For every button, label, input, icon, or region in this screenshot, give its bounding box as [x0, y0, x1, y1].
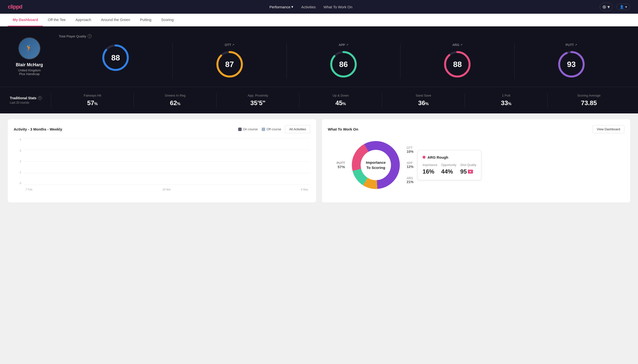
arg-label: ARG ↗ — [453, 43, 463, 47]
putt-donut-label: PUTT 57% — [328, 161, 345, 169]
nav-activities[interactable]: Activities — [301, 5, 316, 9]
stat-divider-3 — [299, 93, 299, 108]
tooltip-category: ARG Rough — [428, 155, 448, 160]
tooltip-opportunity: Opportunity 44% — [441, 163, 456, 175]
main-content: Activity - 3 Months - Weekly On course O… — [0, 114, 638, 208]
tab-scoring[interactable]: Scoring — [156, 14, 178, 26]
tab-around-the-green[interactable]: Around the Green — [96, 14, 135, 26]
stat-divider-4 — [382, 93, 382, 108]
player-country: United Kingdom — [18, 68, 41, 72]
tab-off-the-tee[interactable]: Off the Tee — [43, 14, 71, 26]
donut-chart: Importance To Scoring — [349, 138, 403, 192]
y-axis-labels: 4 3 2 1 0 — [14, 138, 23, 184]
dashboard-header: 🏌️ Blair McHarg United Kingdom Plus Hand… — [0, 26, 638, 87]
donut-right-labels: OTT 10% APP 12% ARG 21% — [407, 146, 413, 184]
logo: clippd — [8, 4, 22, 10]
stats-bar: Traditional Stats ? Last 20 rounds Fairw… — [0, 87, 638, 114]
stat-divider-1 — [134, 93, 134, 108]
main-score-circle: 88 — [101, 43, 130, 72]
quality-section: Total Player Quality ? 88 OTT ↗ — [59, 34, 628, 79]
player-name: Blair McHarg — [16, 62, 43, 68]
legend-off-course: Off course — [262, 127, 281, 131]
traditional-stats-label: Traditional Stats ? Last 20 rounds — [10, 96, 49, 104]
tab-putting[interactable]: Putting — [135, 14, 156, 26]
quality-app: APP ↗ 86 — [287, 43, 400, 79]
user-button[interactable]: 👤 ▾ — [616, 4, 630, 10]
stat-divider-0 — [51, 93, 51, 108]
legend-on-course: On course — [238, 127, 258, 131]
ott-circle: 87 — [215, 50, 244, 79]
tooltip-dot — [422, 156, 426, 159]
quality-putt: PUTT ↗ 93 — [515, 43, 628, 79]
tooltip-header: ARG Rough — [422, 155, 476, 160]
ott-label: OTT ↗ — [225, 43, 234, 47]
work-on-tooltip: ARG Rough Importance 16% Opportunity 44%… — [417, 150, 481, 180]
tab-approach[interactable]: Approach — [71, 14, 96, 26]
arg-circle: 88 — [443, 50, 472, 79]
quality-ott: OTT ↗ 87 — [173, 43, 286, 79]
chart-legend: On course Off course — [238, 127, 281, 131]
player-handicap: Plus Handicap — [19, 72, 40, 76]
nav-right: ⊕ ▾ 👤 ▾ — [599, 3, 630, 11]
traditional-stats-subtitle: Last 20 rounds — [10, 101, 49, 104]
work-on-card: What To Work On View Dashboard PUTT 57% — [322, 119, 630, 202]
tooltip-importance: Importance 16% — [422, 163, 437, 175]
traditional-stats-title: Traditional Stats ? — [10, 96, 49, 100]
stat-app-proximity: App. Proximity 35'5" — [219, 94, 297, 107]
stat-up-and-down: Up & Down 45% — [301, 94, 380, 107]
top-nav: clippd Performance ▾ Activities What To … — [0, 0, 638, 14]
activity-card-header: Activity - 3 Months - Weekly On course O… — [14, 125, 310, 133]
stat-greens-in-reg: Greens In Reg 62% — [136, 94, 215, 107]
arg-donut-label: ARG 21% — [407, 176, 413, 184]
activity-card: Activity - 3 Months - Weekly On course O… — [8, 119, 316, 202]
quality-title: Total Player Quality ? — [59, 34, 628, 38]
app-value: 86 — [339, 60, 348, 69]
stat-sand-save: Sand Save 36% — [384, 94, 463, 107]
tooltip-stats: Importance 16% Opportunity 44% Shot Qual… — [422, 163, 476, 175]
trad-stats-info-icon[interactable]: ? — [38, 96, 42, 100]
stat-divider-5 — [465, 93, 465, 108]
quality-main: 88 — [59, 43, 173, 79]
on-course-legend-dot — [238, 128, 242, 131]
stat-divider-6 — [547, 93, 548, 108]
stat-divider-2 — [217, 93, 217, 108]
view-dashboard-button[interactable]: View Dashboard — [593, 125, 624, 133]
quality-arg: ARG ↗ 88 — [400, 43, 514, 79]
bars-container — [24, 138, 310, 184]
main-score-value: 88 — [111, 53, 120, 62]
app-label: APP ↗ — [339, 43, 348, 47]
nav-what-to-work-on[interactable]: What To Work On — [324, 5, 353, 9]
activity-chart-title: Activity - 3 Months - Weekly — [14, 127, 62, 131]
putt-label: PUTT ↗ — [565, 43, 577, 47]
quality-info-icon[interactable]: ? — [88, 34, 92, 38]
chart-area: 4 3 2 1 0 7 Feb 28 Mar 9 May — [14, 138, 310, 192]
shot-quality-badge: ▼ — [468, 170, 473, 174]
tooltip-shot-quality: Shot Quality 95 ▼ — [460, 163, 476, 175]
off-course-legend-dot — [262, 128, 265, 131]
work-on-header: What To Work On View Dashboard — [328, 125, 624, 133]
work-on-title: What To Work On — [328, 127, 358, 131]
ott-value: 87 — [225, 60, 234, 69]
putt-circle: 93 — [557, 50, 586, 79]
arg-value: 88 — [453, 60, 462, 69]
ott-donut-label: OTT 10% — [407, 146, 413, 154]
stat-one-putt: 1 Putt 33% — [467, 94, 545, 107]
x-axis-labels: 7 Feb 28 Mar 9 May — [24, 184, 310, 192]
stat-fairways-hit: Fairways Hit 57% — [53, 94, 132, 107]
avatar-image: 🏌️ — [19, 38, 40, 59]
all-activities-button[interactable]: All Activities — [285, 125, 310, 133]
avatar: 🏌️ — [18, 38, 40, 60]
stat-scoring-average: Scoring Average 73.85 — [550, 94, 628, 107]
nav-links: Performance ▾ Activities What To Work On — [269, 5, 352, 9]
tabs-bar: My Dashboard Off the Tee Approach Around… — [0, 14, 638, 26]
quality-circles: 88 OTT ↗ 87 APP — [59, 43, 628, 79]
player-info: 🏌️ Blair McHarg United Kingdom Plus Hand… — [10, 38, 49, 76]
tab-my-dashboard[interactable]: My Dashboard — [8, 14, 43, 26]
app-donut-label: APP 12% — [407, 161, 413, 169]
putt-value: 93 — [567, 60, 576, 69]
nav-performance[interactable]: Performance ▾ — [269, 5, 293, 9]
add-button[interactable]: ⊕ ▾ — [599, 3, 612, 11]
app-circle: 86 — [329, 50, 358, 79]
donut-center-label: Importance To Scoring — [366, 160, 386, 170]
